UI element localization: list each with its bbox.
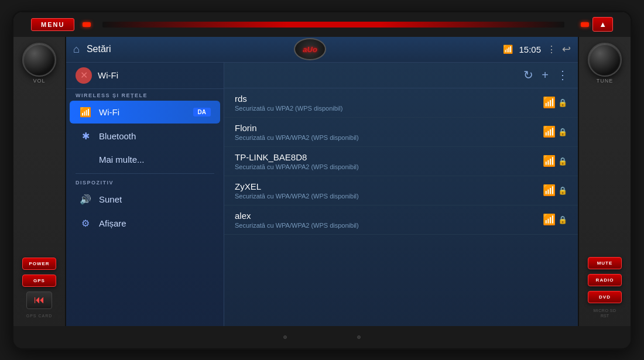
network-item-zyxel[interactable]: ZyXEL Securizată cu WPA/WPA2 (WPS dispon…	[224, 176, 578, 205]
menu-button[interactable]: MENU	[31, 18, 74, 31]
play-button[interactable]: ⏮	[26, 292, 52, 309]
network-info-zyxel: ZyXEL Securizată cu WPA/WPA2 (WPS dispon…	[235, 181, 537, 200]
refresh-icon[interactable]: ↻	[523, 68, 533, 82]
sidebar-divider	[76, 173, 214, 174]
signal-icon-rds: 📶	[543, 96, 556, 109]
signal-icon-zyxel: 📶	[543, 184, 556, 197]
time-display: 15:05	[519, 44, 541, 54]
home-icon[interactable]: ⌂	[73, 43, 80, 56]
network-security-zyxel: Securizată cu WPA/WPA2 (WPS disponibil)	[235, 193, 537, 200]
device-section-label: DISPOZITIV	[66, 176, 224, 187]
lock-icon-zyxel: 🔒	[558, 186, 567, 195]
network-item-tplink[interactable]: TP-LINK_BAE8D8 Securizată cu WPA/WPA2 (W…	[224, 147, 578, 176]
screen-content: ✕ Wi-Fi WIRELESS ȘI REȚELE 📶 Wi-Fi DA ✱ …	[66, 63, 578, 326]
display-icon: ⚙	[79, 218, 92, 229]
network-security-tplink: Securizată cu WPA/WPA2 (WPS disponibil)	[235, 163, 537, 170]
back-button[interactable]: ↩	[562, 43, 571, 56]
main-row: VOL POWER GPS ⏮ GPS CARD ⌂ Setări aUo	[13, 37, 631, 326]
logo-area: aUo	[117, 38, 503, 60]
add-network-icon[interactable]: +	[542, 68, 549, 82]
sound-icon: 🔊	[79, 194, 92, 205]
car-unit: MENU ▲ VOL POWER GPS ⏮ GPS CARD	[12, 11, 632, 350]
bluetooth-icon: ✱	[79, 131, 92, 142]
sidebar-item-wifi[interactable]: 📶 Wi-Fi DA	[70, 101, 220, 124]
signal-icon-tplink: 📶	[543, 155, 556, 167]
wifi-off-icon: ✕	[76, 67, 92, 84]
bottom-dot-left	[283, 335, 287, 339]
tune-knob[interactable]	[588, 43, 622, 77]
wifi-status-icon: 📶	[503, 44, 513, 54]
network-item-florin[interactable]: Florin Securizată cu WPA/WPA2 (WPS dispo…	[224, 118, 578, 147]
network-info-tplink: TP-LINK_BAE8D8 Securizată cu WPA/WPA2 (W…	[235, 152, 537, 170]
more-label: Mai multe...	[99, 155, 145, 164]
micro-sd-label: MICRO SD	[594, 308, 616, 314]
red-indicator-right	[581, 22, 589, 27]
network-security-florin: Securizată cu WPA/WPA2 (WPS disponibil)	[235, 134, 537, 141]
network-list: ↻ + ⋮ rds Securizată cu WPA2 (WPS dispon…	[224, 63, 578, 326]
network-info-rds: rds Securizată cu WPA2 (WPS disponibil)	[235, 94, 537, 112]
wireless-section-label: WIRELESS ȘI REȚELE	[66, 89, 224, 100]
lock-icon-florin: 🔒	[558, 128, 567, 136]
screen-top-bar: ⌂ Setări aUo 📶 15:05 ⋮ ↩	[66, 37, 578, 63]
network-overflow-icon[interactable]: ⋮	[557, 68, 568, 82]
power-button[interactable]: POWER	[22, 258, 56, 270]
network-name-rds: rds	[235, 94, 537, 104]
signal-icon-florin: 📶	[543, 125, 556, 138]
network-name-zyxel: ZyXEL	[235, 181, 537, 191]
screen-status: 📶 15:05 ⋮ ↩	[503, 43, 571, 56]
bottom-dots	[283, 335, 361, 339]
gps-button[interactable]: GPS	[22, 275, 56, 287]
red-indicator-left	[83, 22, 91, 27]
tune-label: TUNE	[588, 78, 622, 84]
lock-icon-rds: 🔒	[558, 98, 567, 107]
logo-text: aUo	[303, 45, 317, 54]
top-led-bar	[102, 22, 564, 28]
network-info-alex: alex Securizată cu WPA/WPA2 (WPS disponi…	[235, 211, 537, 229]
wifi-icon: 📶	[79, 107, 92, 118]
network-info-florin: Florin Securizată cu WPA/WPA2 (WPS dispo…	[235, 123, 537, 141]
screen: ⌂ Setări aUo 📶 15:05 ⋮ ↩	[66, 37, 578, 326]
overflow-menu-icon[interactable]: ⋮	[547, 44, 556, 55]
display-label: Afișare	[99, 218, 126, 228]
wifi-label: Wi-Fi	[99, 107, 119, 117]
sidebar-item-bluetooth[interactable]: ✱ Bluetooth	[70, 125, 220, 148]
gps-card-label: GPS CARD	[26, 314, 53, 318]
wifi-da-badge: DA	[193, 108, 211, 116]
brand-logo: aUo	[294, 38, 326, 60]
dvd-button[interactable]: DVD	[588, 291, 622, 303]
sound-label: Sunet	[99, 194, 122, 204]
mute-button[interactable]: MUTE	[588, 257, 622, 269]
network-name-florin: Florin	[235, 123, 537, 133]
left-controls: VOL POWER GPS ⏮ GPS CARD	[13, 37, 66, 326]
wifi-header-row: ✕ Wi-Fi	[66, 63, 224, 89]
network-name-tplink: TP-LINK_BAE8D8	[235, 152, 537, 162]
signal-icon-alex: 📶	[543, 213, 556, 226]
top-bar: MENU ▲	[13, 12, 631, 37]
network-security-rds: Securizată cu WPA2 (WPS disponibil)	[235, 105, 537, 112]
right-controls: TUNE MUTE RADIO DVD MICRO SD RST	[578, 37, 631, 326]
vol-label: VOL	[22, 78, 56, 84]
lock-icon-alex: 🔒	[558, 215, 567, 224]
sidebar-item-more[interactable]: Mai multe...	[70, 149, 220, 170]
bottom-dot-right	[357, 335, 361, 339]
settings-sidebar: ✕ Wi-Fi WIRELESS ȘI REȚELE 📶 Wi-Fi DA ✱ …	[66, 63, 224, 326]
network-name-alex: alex	[235, 211, 537, 221]
side-buttons-right: MUTE RADIO DVD MICRO SD RST	[579, 257, 631, 318]
network-actions: ↻ + ⋮	[224, 63, 578, 88]
network-item-alex[interactable]: alex Securizată cu WPA/WPA2 (WPS disponi…	[224, 205, 578, 235]
screen-title: Setări	[87, 44, 111, 54]
sidebar-item-display[interactable]: ⚙ Afișare	[70, 212, 220, 235]
bottom-bar	[13, 326, 631, 348]
lock-icon-tplink: 🔒	[558, 157, 567, 166]
network-item-rds[interactable]: rds Securizată cu WPA2 (WPS disponibil) …	[224, 88, 578, 118]
vol-knob[interactable]	[22, 43, 56, 77]
sidebar-item-sound[interactable]: 🔊 Sunet	[70, 188, 220, 211]
network-security-alex: Securizată cu WPA/WPA2 (WPS disponibil)	[235, 222, 537, 229]
bluetooth-label: Bluetooth	[99, 131, 136, 141]
eject-button[interactable]: ▲	[592, 17, 613, 32]
radio-button[interactable]: RADIO	[588, 274, 622, 286]
rst-label: RST	[601, 314, 609, 318]
wifi-header-label: Wi-Fi	[98, 70, 118, 80]
side-buttons-left: POWER GPS ⏮ GPS CARD	[13, 258, 65, 318]
